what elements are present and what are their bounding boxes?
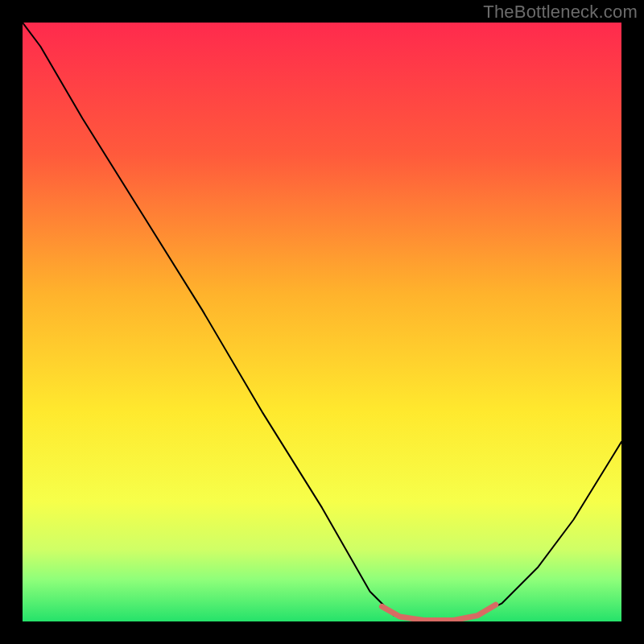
chart-frame: TheBottleneck.com	[0, 0, 644, 644]
gradient-background	[23, 23, 621, 621]
chart-svg	[23, 23, 621, 621]
watermark-text: TheBottleneck.com	[483, 2, 638, 23]
plot-area	[23, 23, 621, 621]
